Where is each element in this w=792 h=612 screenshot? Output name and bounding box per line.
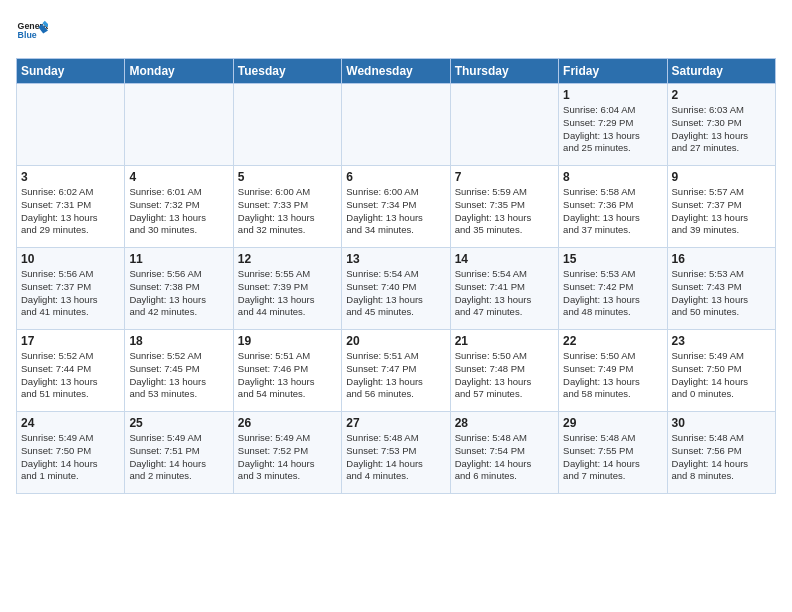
calendar-week-5: 24Sunrise: 5:49 AM Sunset: 7:50 PM Dayli… [17, 412, 776, 494]
day-number: 29 [563, 416, 662, 430]
calendar-cell: 3Sunrise: 6:02 AM Sunset: 7:31 PM Daylig… [17, 166, 125, 248]
calendar-cell: 26Sunrise: 5:49 AM Sunset: 7:52 PM Dayli… [233, 412, 341, 494]
calendar-cell: 17Sunrise: 5:52 AM Sunset: 7:44 PM Dayli… [17, 330, 125, 412]
day-info: Sunrise: 5:50 AM Sunset: 7:48 PM Dayligh… [455, 350, 554, 401]
calendar-cell [233, 84, 341, 166]
day-info: Sunrise: 5:58 AM Sunset: 7:36 PM Dayligh… [563, 186, 662, 237]
day-number: 28 [455, 416, 554, 430]
calendar-cell: 22Sunrise: 5:50 AM Sunset: 7:49 PM Dayli… [559, 330, 667, 412]
calendar-cell: 7Sunrise: 5:59 AM Sunset: 7:35 PM Daylig… [450, 166, 558, 248]
day-number: 18 [129, 334, 228, 348]
header-day-tuesday: Tuesday [233, 59, 341, 84]
day-info: Sunrise: 5:53 AM Sunset: 7:43 PM Dayligh… [672, 268, 771, 319]
day-number: 2 [672, 88, 771, 102]
calendar-cell: 9Sunrise: 5:57 AM Sunset: 7:37 PM Daylig… [667, 166, 775, 248]
calendar-cell: 5Sunrise: 6:00 AM Sunset: 7:33 PM Daylig… [233, 166, 341, 248]
day-number: 21 [455, 334, 554, 348]
day-info: Sunrise: 5:54 AM Sunset: 7:41 PM Dayligh… [455, 268, 554, 319]
day-info: Sunrise: 5:48 AM Sunset: 7:54 PM Dayligh… [455, 432, 554, 483]
header-day-wednesday: Wednesday [342, 59, 450, 84]
calendar-week-1: 1Sunrise: 6:04 AM Sunset: 7:29 PM Daylig… [17, 84, 776, 166]
calendar-table: SundayMondayTuesdayWednesdayThursdayFrid… [16, 58, 776, 494]
day-number: 24 [21, 416, 120, 430]
day-info: Sunrise: 5:54 AM Sunset: 7:40 PM Dayligh… [346, 268, 445, 319]
day-info: Sunrise: 5:50 AM Sunset: 7:49 PM Dayligh… [563, 350, 662, 401]
day-number: 7 [455, 170, 554, 184]
calendar-cell: 14Sunrise: 5:54 AM Sunset: 7:41 PM Dayli… [450, 248, 558, 330]
calendar-cell: 27Sunrise: 5:48 AM Sunset: 7:53 PM Dayli… [342, 412, 450, 494]
day-info: Sunrise: 5:57 AM Sunset: 7:37 PM Dayligh… [672, 186, 771, 237]
calendar-cell: 8Sunrise: 5:58 AM Sunset: 7:36 PM Daylig… [559, 166, 667, 248]
day-number: 9 [672, 170, 771, 184]
day-info: Sunrise: 5:49 AM Sunset: 7:50 PM Dayligh… [672, 350, 771, 401]
header-day-monday: Monday [125, 59, 233, 84]
day-number: 27 [346, 416, 445, 430]
calendar-cell: 12Sunrise: 5:55 AM Sunset: 7:39 PM Dayli… [233, 248, 341, 330]
calendar-cell: 4Sunrise: 6:01 AM Sunset: 7:32 PM Daylig… [125, 166, 233, 248]
calendar-cell: 11Sunrise: 5:56 AM Sunset: 7:38 PM Dayli… [125, 248, 233, 330]
day-info: Sunrise: 5:59 AM Sunset: 7:35 PM Dayligh… [455, 186, 554, 237]
day-info: Sunrise: 5:52 AM Sunset: 7:45 PM Dayligh… [129, 350, 228, 401]
calendar-cell [17, 84, 125, 166]
calendar-cell: 25Sunrise: 5:49 AM Sunset: 7:51 PM Dayli… [125, 412, 233, 494]
day-info: Sunrise: 5:48 AM Sunset: 7:53 PM Dayligh… [346, 432, 445, 483]
day-info: Sunrise: 5:49 AM Sunset: 7:50 PM Dayligh… [21, 432, 120, 483]
calendar-week-3: 10Sunrise: 5:56 AM Sunset: 7:37 PM Dayli… [17, 248, 776, 330]
calendar-cell: 20Sunrise: 5:51 AM Sunset: 7:47 PM Dayli… [342, 330, 450, 412]
day-info: Sunrise: 5:49 AM Sunset: 7:51 PM Dayligh… [129, 432, 228, 483]
calendar-cell: 13Sunrise: 5:54 AM Sunset: 7:40 PM Dayli… [342, 248, 450, 330]
day-number: 5 [238, 170, 337, 184]
calendar-cell: 28Sunrise: 5:48 AM Sunset: 7:54 PM Dayli… [450, 412, 558, 494]
day-number: 11 [129, 252, 228, 266]
day-info: Sunrise: 5:48 AM Sunset: 7:55 PM Dayligh… [563, 432, 662, 483]
day-number: 1 [563, 88, 662, 102]
day-number: 16 [672, 252, 771, 266]
day-number: 13 [346, 252, 445, 266]
calendar-cell: 30Sunrise: 5:48 AM Sunset: 7:56 PM Dayli… [667, 412, 775, 494]
day-info: Sunrise: 6:01 AM Sunset: 7:32 PM Dayligh… [129, 186, 228, 237]
day-number: 4 [129, 170, 228, 184]
logo: General Blue [16, 16, 52, 48]
header-day-friday: Friday [559, 59, 667, 84]
day-number: 3 [21, 170, 120, 184]
calendar-cell: 18Sunrise: 5:52 AM Sunset: 7:45 PM Dayli… [125, 330, 233, 412]
day-info: Sunrise: 6:00 AM Sunset: 7:33 PM Dayligh… [238, 186, 337, 237]
calendar-week-2: 3Sunrise: 6:02 AM Sunset: 7:31 PM Daylig… [17, 166, 776, 248]
calendar-cell: 24Sunrise: 5:49 AM Sunset: 7:50 PM Dayli… [17, 412, 125, 494]
calendar-cell: 1Sunrise: 6:04 AM Sunset: 7:29 PM Daylig… [559, 84, 667, 166]
day-info: Sunrise: 5:55 AM Sunset: 7:39 PM Dayligh… [238, 268, 337, 319]
day-info: Sunrise: 5:56 AM Sunset: 7:37 PM Dayligh… [21, 268, 120, 319]
day-number: 23 [672, 334, 771, 348]
day-number: 14 [455, 252, 554, 266]
day-number: 17 [21, 334, 120, 348]
day-number: 8 [563, 170, 662, 184]
calendar-cell [125, 84, 233, 166]
day-info: Sunrise: 5:52 AM Sunset: 7:44 PM Dayligh… [21, 350, 120, 401]
page: General Blue SundayMondayTuesdayWednesda… [0, 0, 792, 502]
day-number: 22 [563, 334, 662, 348]
day-info: Sunrise: 6:03 AM Sunset: 7:30 PM Dayligh… [672, 104, 771, 155]
day-number: 26 [238, 416, 337, 430]
calendar-cell: 10Sunrise: 5:56 AM Sunset: 7:37 PM Dayli… [17, 248, 125, 330]
calendar-cell: 2Sunrise: 6:03 AM Sunset: 7:30 PM Daylig… [667, 84, 775, 166]
calendar-cell: 23Sunrise: 5:49 AM Sunset: 7:50 PM Dayli… [667, 330, 775, 412]
svg-text:Blue: Blue [18, 30, 37, 40]
calendar-cell [342, 84, 450, 166]
day-number: 12 [238, 252, 337, 266]
calendar-header-row: SundayMondayTuesdayWednesdayThursdayFrid… [17, 59, 776, 84]
header-day-thursday: Thursday [450, 59, 558, 84]
calendar-cell: 15Sunrise: 5:53 AM Sunset: 7:42 PM Dayli… [559, 248, 667, 330]
day-number: 19 [238, 334, 337, 348]
day-info: Sunrise: 5:56 AM Sunset: 7:38 PM Dayligh… [129, 268, 228, 319]
day-info: Sunrise: 5:51 AM Sunset: 7:47 PM Dayligh… [346, 350, 445, 401]
header-day-saturday: Saturday [667, 59, 775, 84]
day-info: Sunrise: 6:02 AM Sunset: 7:31 PM Dayligh… [21, 186, 120, 237]
day-number: 25 [129, 416, 228, 430]
calendar-cell: 29Sunrise: 5:48 AM Sunset: 7:55 PM Dayli… [559, 412, 667, 494]
header-day-sunday: Sunday [17, 59, 125, 84]
day-info: Sunrise: 6:04 AM Sunset: 7:29 PM Dayligh… [563, 104, 662, 155]
day-number: 30 [672, 416, 771, 430]
calendar-cell [450, 84, 558, 166]
day-number: 6 [346, 170, 445, 184]
calendar-week-4: 17Sunrise: 5:52 AM Sunset: 7:44 PM Dayli… [17, 330, 776, 412]
